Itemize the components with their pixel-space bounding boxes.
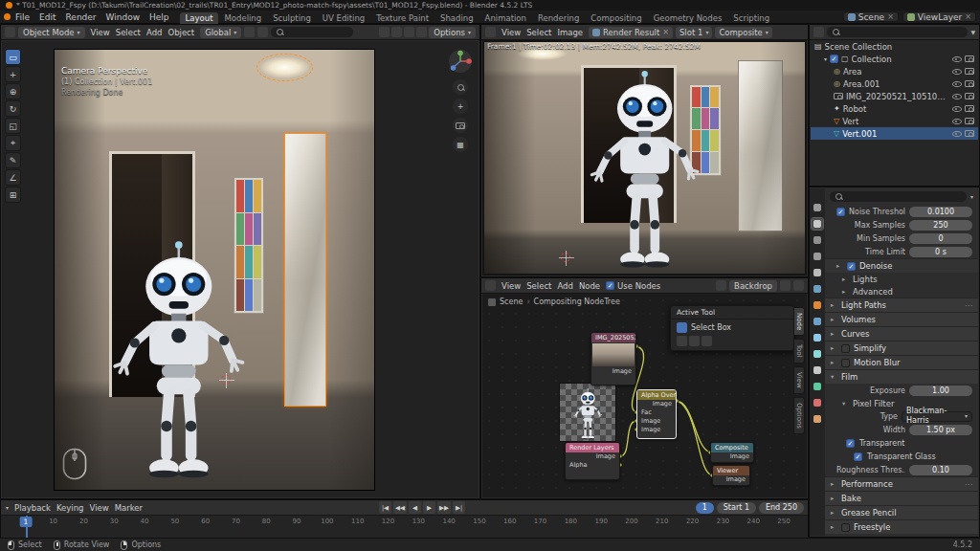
panel-bake[interactable]: ▸Bake	[825, 491, 978, 505]
disable-render-icon[interactable]	[965, 118, 974, 124]
outliner-row-area[interactable]: ◎Area	[811, 65, 978, 77]
disable-render-icon[interactable]	[965, 55, 974, 62]
viewlayer-selector[interactable]: ViewLayer ×	[902, 11, 976, 22]
menu-file[interactable]: File	[11, 12, 34, 22]
tool-scale[interactable]: ◱	[5, 118, 21, 134]
node-menu-view[interactable]: View	[499, 281, 523, 291]
disable-render-icon[interactable]	[965, 93, 974, 99]
menu-render[interactable]: Render	[61, 12, 101, 22]
gizmo-toggle-icon[interactable]	[379, 27, 390, 37]
end-frame-field[interactable]: End 250	[759, 502, 804, 514]
disable-render-icon[interactable]	[965, 68, 974, 75]
editor-type-icon[interactable]	[813, 27, 824, 37]
prop-select-field[interactable]: Blackman-Harris▾	[902, 411, 972, 422]
properties-tab-tool[interactable]	[812, 202, 823, 213]
sidebar-tab-view[interactable]: View	[793, 366, 805, 394]
disable-render-icon[interactable]	[965, 80, 974, 87]
workspace-tab-texture-paint[interactable]: Texture Paint	[370, 12, 434, 24]
menu-window[interactable]: Window	[101, 12, 145, 22]
tool-option-icon[interactable]	[689, 336, 700, 346]
transport-next-key[interactable]: ▶▶	[437, 501, 451, 514]
snapping-icon[interactable]	[780, 280, 791, 291]
workspace-tab-shading[interactable]: Shading	[434, 12, 479, 24]
collection-checkbox[interactable]: ✓	[830, 55, 838, 63]
node-menu-add[interactable]: Add	[554, 281, 575, 291]
properties-tab-output[interactable]	[812, 234, 823, 246]
viewport-menu-object[interactable]: Object	[165, 28, 197, 37]
image-menu-select[interactable]: Select	[523, 28, 554, 37]
properties-tab-view-layer[interactable]	[812, 251, 823, 262]
workspace-tab-animation[interactable]: Animation	[479, 12, 532, 24]
xray-toggle-icon[interactable]	[404, 27, 414, 37]
ortho-toggle-gizmo[interactable]: ▦	[453, 137, 468, 152]
panel-extras-icon[interactable]: ⋯	[965, 480, 972, 489]
properties-search[interactable]	[830, 191, 967, 202]
tool-option-icon[interactable]	[677, 336, 687, 346]
sidebar-tab-options[interactable]: Options	[793, 397, 805, 434]
prop-value-field[interactable]: 0.10	[909, 465, 972, 475]
properties-tab-render[interactable]	[812, 218, 823, 230]
outliner-row-vert[interactable]: ▽Vert	[811, 115, 978, 127]
current-frame-field[interactable]: 1	[696, 502, 714, 514]
viewport-menu-add[interactable]: Add	[144, 28, 165, 37]
panel-checkbox[interactable]	[841, 344, 850, 353]
image-canvas[interactable]: Frame:1 | Time:02:02.13 | Mem:2742.52M, …	[482, 40, 807, 276]
panel-denoise[interactable]: ▸✓Denoise	[825, 258, 978, 273]
prop-value-field[interactable]: 1.00	[909, 386, 972, 396]
node-menu-node[interactable]: Node	[576, 281, 603, 291]
panel-extras-icon[interactable]: ⋯	[965, 301, 972, 310]
camera-view-gizmo[interactable]	[453, 118, 468, 133]
properties-tab-texture[interactable]	[812, 413, 823, 425]
menu-help[interactable]: Help	[145, 12, 174, 22]
properties-tab-world[interactable]	[812, 283, 823, 295]
outliner-row-area-001[interactable]: ◎Area.001	[811, 77, 978, 90]
shading-mode-icon[interactable]	[416, 27, 427, 37]
transport-play-reverse[interactable]: ◀	[409, 501, 421, 514]
workspace-tab-geometry-nodes[interactable]: Geometry Nodes	[648, 12, 728, 24]
prop-checkbox[interactable]: ✓	[836, 208, 845, 216]
image-datablock-selector[interactable]: Render Result ×	[589, 27, 673, 38]
panel-volumes[interactable]: ▸Volumes	[825, 312, 978, 326]
blender-menu-icon[interactable]	[4, 13, 11, 20]
tool-cursor[interactable]: +	[5, 66, 21, 82]
panel-simplify[interactable]: ▸Simplify	[825, 341, 978, 355]
overlays-toggle-icon[interactable]	[391, 27, 402, 37]
panel-checkbox[interactable]	[841, 359, 850, 367]
workspace-tab-uv-editing[interactable]: UV Editing	[317, 12, 370, 24]
outliner-row-robot[interactable]: ✦Robot	[811, 102, 978, 115]
sidebar-tab-tool[interactable]: Tool	[793, 339, 805, 364]
panel-freestyle[interactable]: ▸Freestyle	[825, 519, 978, 534]
tool-annotate[interactable]: ✎	[5, 152, 21, 168]
properties-tab-object-data[interactable]	[812, 381, 823, 392]
scene-selector[interactable]: Scene ×	[843, 11, 899, 22]
options-dropdown[interactable]: Options▾	[429, 27, 476, 38]
hide-viewport-icon[interactable]	[952, 67, 962, 76]
transport-play[interactable]: ▶	[423, 501, 435, 514]
prop-value-field[interactable]: 0	[909, 233, 972, 244]
hide-viewport-icon[interactable]	[952, 104, 962, 113]
slot-selector[interactable]: Slot 1▾	[676, 27, 712, 38]
hide-viewport-icon[interactable]	[952, 117, 962, 125]
timeline-menu-playback[interactable]: Playback	[11, 503, 54, 513]
mode-dropdown[interactable]: Object Mode▾	[18, 27, 85, 38]
start-frame-field[interactable]: Start 1	[717, 502, 756, 514]
pass-selector[interactable]: Composite▾	[715, 27, 771, 38]
workspace-tab-sculpting[interactable]: Sculpting	[267, 12, 317, 24]
transport-prev-key[interactable]: ◀◀	[393, 501, 407, 514]
timeline-menu-view[interactable]: View	[87, 503, 112, 513]
transport-jump-end[interactable]: ▶|	[453, 501, 465, 514]
outliner-row-scene-collection[interactable]: ▤Scene Collection	[811, 40, 978, 53]
outliner-row-vert-001[interactable]: ▽Vert.001	[811, 127, 978, 140]
properties-tab-scene[interactable]	[812, 267, 823, 278]
workspace-tab-modeling[interactable]: Modeling	[218, 12, 267, 24]
viewport-menu-select[interactable]: Select	[113, 28, 144, 37]
hide-viewport-icon[interactable]	[952, 55, 962, 63]
image-unlink-icon[interactable]: ×	[662, 28, 669, 36]
glass-door[interactable]	[284, 133, 325, 406]
editor-type-icon[interactable]	[5, 27, 15, 37]
image-menu-image[interactable]: Image	[554, 28, 586, 37]
pan-gizmo[interactable]: +	[453, 99, 468, 114]
tool-move[interactable]: ⊕	[5, 83, 21, 99]
viewport-search[interactable]	[271, 27, 353, 37]
outliner-row-collection[interactable]: ▾✓▢Collection	[811, 53, 978, 65]
